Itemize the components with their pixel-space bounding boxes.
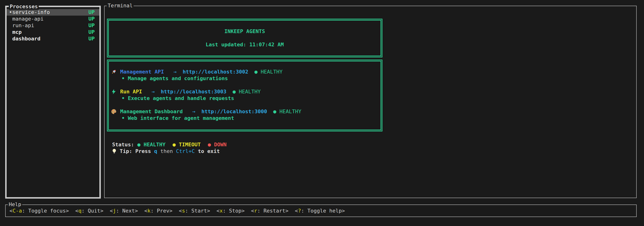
- banner-box: INKEEP AGENTS Last updated: 11:07:42 AM: [107, 19, 382, 58]
- bracket: <: [75, 208, 78, 214]
- service-name: Management Dashboard: [120, 108, 183, 115]
- process-name: service-info: [12, 9, 50, 15]
- service-health-status: ● HEALTHY: [232, 88, 260, 95]
- separator: :: [301, 208, 308, 214]
- service-block-management-api: Management API → http://localhost:3002 ●…: [110, 69, 380, 82]
- tip-text: Tip: Press: [120, 148, 154, 155]
- process-row-dashboard[interactable]: dashboard UP: [6, 36, 100, 42]
- help-label: Toggle help: [307, 208, 342, 214]
- bracket: <: [10, 208, 12, 214]
- rocket-icon: [110, 69, 117, 75]
- help-item-start: <s: Start>: [179, 207, 210, 214]
- help-key: k: [147, 208, 150, 214]
- arrow-glyph: →: [152, 88, 155, 95]
- process-name: manage-api: [12, 16, 44, 22]
- process-status-badge: UP: [88, 36, 95, 42]
- process-list: •service-info UP manage-api UP run-api U…: [6, 7, 100, 42]
- tip-key-ctrl-c: Ctrl+C: [176, 148, 194, 155]
- lightning-icon: [110, 88, 117, 95]
- process-name: run-api: [12, 23, 34, 28]
- help-item-toggle-focus: <C-a: Toggle focus>: [10, 207, 69, 214]
- arrow-glyph: →: [173, 69, 176, 75]
- service-line: Management Dashboard → http://localhost:…: [110, 108, 380, 115]
- tip-line: Tip: Press q then Ctrl+C to exit: [111, 148, 220, 155]
- service-url[interactable]: http://localhost:3003: [161, 88, 226, 95]
- tip-text: to exit: [195, 148, 220, 155]
- service-url[interactable]: http://localhost:3000: [201, 108, 267, 115]
- help-label: Toggle focus: [28, 208, 66, 214]
- process-status-badge: UP: [88, 22, 95, 29]
- help-label: Stop: [229, 208, 242, 214]
- arrow-glyph: →: [192, 108, 195, 115]
- service-name: Management API: [120, 69, 164, 75]
- service-health-status: ● HEALTHY: [273, 108, 301, 115]
- help-label: Start: [191, 208, 207, 214]
- banner-last-updated: Last updated: 11:07:42 AM: [206, 41, 284, 48]
- bracket: >: [169, 208, 172, 214]
- service-health-status: ● HEALTHY: [254, 69, 282, 75]
- process-row-mcp[interactable]: mcp UP: [6, 29, 100, 36]
- bracket: >: [100, 208, 104, 214]
- process-status-badge: UP: [88, 29, 95, 36]
- service-url[interactable]: http://localhost:3002: [183, 69, 248, 75]
- separator: :: [222, 208, 229, 214]
- process-status-badge: UP: [88, 16, 95, 22]
- bracket: >: [135, 208, 138, 214]
- banner-title: INKEEP AGENTS: [224, 28, 265, 35]
- bracket: >: [66, 208, 69, 214]
- separator: :: [150, 208, 157, 214]
- legend-down: ● DOWN: [208, 141, 226, 148]
- help-key: C-a: [12, 208, 22, 214]
- separator: :: [22, 208, 28, 214]
- app-root: Processes •service-info UP manage-api UP…: [0, 0, 644, 226]
- help-label: Restart: [264, 208, 286, 214]
- bracket: <: [216, 208, 220, 214]
- separator: :: [257, 208, 264, 214]
- help-key: j: [113, 208, 116, 214]
- help-key: q: [78, 208, 82, 214]
- bracket: >: [342, 208, 345, 214]
- process-status-badge: UP: [88, 9, 95, 16]
- help-item-next: <j: Next>: [110, 207, 138, 214]
- bracket: <: [295, 208, 298, 214]
- help-label: Prev: [157, 208, 169, 214]
- service-description: • Web interface for agent management: [110, 115, 380, 122]
- help-label: Quit: [88, 208, 100, 214]
- service-description: • Manage agents and configurations: [110, 75, 380, 82]
- service-line: Run API → http://localhost:3003 ● HEALTH…: [110, 88, 380, 95]
- processes-panel-title: Processes: [9, 4, 39, 10]
- service-name: Run API: [120, 88, 142, 95]
- bracket: >: [286, 208, 288, 214]
- legend-healthy: ● HEALTHY: [138, 141, 166, 148]
- bracket: <: [179, 208, 182, 214]
- process-row-manage-api[interactable]: manage-api UP: [6, 16, 100, 22]
- legend-timeout: ● TIMEOUT: [172, 141, 201, 148]
- process-row-run-api[interactable]: run-api UP: [6, 22, 100, 29]
- bracket: >: [242, 208, 244, 214]
- help-key: r: [254, 208, 257, 214]
- separator: :: [185, 208, 192, 214]
- help-key: x: [220, 208, 222, 214]
- help-key: s: [182, 208, 185, 214]
- separator: :: [82, 208, 88, 214]
- process-name: dashboard: [12, 36, 40, 42]
- help-item-toggle-help: <?: Toggle help>: [295, 207, 345, 214]
- separator: :: [116, 208, 122, 214]
- help-label: Next: [122, 208, 135, 214]
- process-row-service-info[interactable]: •service-info UP: [6, 9, 100, 16]
- process-name-wrap: •service-info: [9, 9, 50, 16]
- terminal-panel-title: Terminal: [107, 3, 134, 9]
- help-key: ?: [298, 208, 301, 214]
- status-legend: Status: ● HEALTHY ● TIMEOUT ● DOWN: [112, 141, 227, 148]
- tip-text: then: [157, 148, 176, 155]
- process-name: mcp: [12, 29, 22, 35]
- palette-icon: [110, 108, 117, 115]
- help-item-prev: <k: Prev>: [144, 207, 172, 214]
- help-item-stop: <x: Stop>: [216, 207, 244, 214]
- service-description: • Execute agents and handle requests: [110, 95, 380, 102]
- service-block-run-api: Run API → http://localhost:3003 ● HEALTH…: [110, 88, 380, 102]
- help-item-restart: <r: Restart>: [251, 207, 288, 214]
- help-items: <C-a: Toggle focus> <q: Quit> <j: Next> …: [6, 205, 636, 216]
- selected-bullet: •: [9, 9, 12, 16]
- process-name-wrap: manage-api: [9, 16, 44, 22]
